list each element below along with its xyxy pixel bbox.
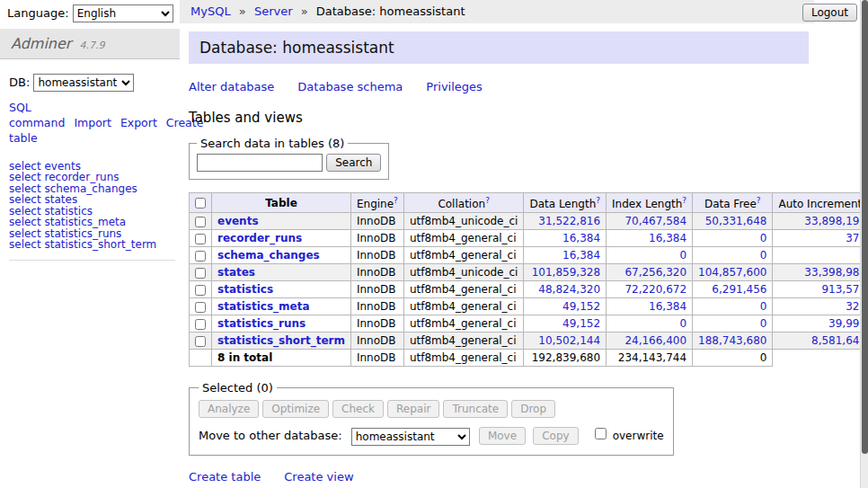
move-button[interactable]: Move: [479, 427, 526, 445]
value-cell: 67,256,320: [607, 264, 693, 281]
nav-link-privileges[interactable]: Privileges: [426, 80, 483, 93]
nav-link-alter-database[interactable]: Alter database: [189, 80, 274, 93]
overwrite-checkbox[interactable]: [595, 428, 607, 439]
table-name-cell: statistics: [212, 281, 351, 298]
column-header-index-length: Index Length?: [607, 193, 693, 213]
sidebar-actions: SQL commandImportExportCreate table: [9, 101, 160, 146]
row-checkbox-statistics_meta[interactable]: [195, 302, 206, 313]
nav-link-database-schema[interactable]: Database schema: [297, 80, 403, 93]
row-checkbox-statistics[interactable]: [195, 285, 206, 296]
app-version: 4.7.9: [80, 40, 105, 51]
row-checkbox-schema_changes[interactable]: [195, 251, 206, 262]
tables-overview-table: TableEngine?Collation?Data Length?Index …: [189, 192, 868, 367]
table-link-schema_changes[interactable]: schema_changes: [217, 249, 320, 262]
totals-row: 8 in totalInnoDButf8mb4_general_ci192,83…: [190, 350, 868, 367]
copy-button[interactable]: Copy: [533, 427, 578, 445]
value-cell: 188,743,680: [693, 333, 773, 350]
scrollbar-thumb[interactable]: [862, 0, 868, 454]
table-row: statesInnoDButf8mb4_unicode_ci101,859,32…: [190, 264, 868, 281]
value-cell: 104,857,600: [693, 264, 773, 281]
value-cell: 325: [773, 298, 868, 315]
search-input[interactable]: [197, 154, 323, 172]
search-button[interactable]: Search: [326, 154, 381, 172]
check-button[interactable]: Check: [332, 400, 384, 418]
row-checkbox-states[interactable]: [195, 268, 206, 279]
sidebar-action-import[interactable]: Import: [74, 116, 111, 129]
table-link-recorder_runs[interactable]: recorder_runs: [217, 232, 302, 244]
totals-empty-cell: [190, 350, 212, 367]
table-name-cell: schema_changes: [212, 247, 351, 264]
totals-engine-cell: InnoDB: [350, 350, 403, 367]
analyze-button[interactable]: Analyze: [199, 400, 259, 418]
help-sup: ?: [394, 195, 398, 205]
db-select[interactable]: homeassistant: [33, 74, 134, 92]
table-header-row: TableEngine?Collation?Data Length?Index …: [190, 193, 868, 213]
select-all-checkbox[interactable]: [195, 198, 206, 209]
value-cell: 8,581,645: [773, 333, 868, 350]
table-row: schema_changesInnoDButf8mb4_general_ci16…: [190, 247, 868, 264]
row-checkbox-cell: [190, 281, 212, 298]
table-name-cell: statistics_short_term: [212, 333, 351, 350]
table-name-cell: recorder_runs: [212, 230, 351, 247]
table-link-statistics_meta[interactable]: statistics_meta: [217, 300, 310, 313]
collation-cell: utf8mb4_general_ci: [403, 281, 524, 298]
value-cell: 0: [607, 247, 693, 264]
selected-fieldset: Selected (0) AnalyzeOptimizeCheckRepairT…: [189, 381, 674, 456]
select-all-cell: [190, 193, 212, 213]
create-link-create-table[interactable]: Create table: [189, 470, 261, 484]
help-sup: ?: [757, 195, 761, 205]
totals-data-length-cell: 192,839,680: [524, 350, 607, 367]
totals-label-cell: 8 in total: [212, 350, 351, 367]
repair-button[interactable]: Repair: [387, 400, 439, 418]
table-link-events[interactable]: events: [217, 215, 259, 227]
table-link-states[interactable]: states: [217, 266, 255, 279]
value-cell: 31,522,816: [524, 213, 607, 230]
sidebar-select-link-statistics_short_term[interactable]: select: [9, 238, 41, 251]
create-link-create-view[interactable]: Create view: [284, 470, 353, 484]
optimize-button[interactable]: Optimize: [262, 400, 329, 418]
drop-button[interactable]: Drop: [511, 400, 555, 418]
row-checkbox-cell: [190, 333, 212, 350]
help-link-index-length[interactable]: ?: [682, 196, 686, 205]
value-cell: 913,577: [773, 281, 868, 298]
table-link-statistics[interactable]: statistics: [217, 283, 273, 296]
help-link-data-length[interactable]: ?: [596, 196, 600, 205]
move-db-select[interactable]: homeassistant: [351, 428, 470, 446]
value-cell: 16,384: [607, 298, 693, 315]
value-cell: 6: [773, 247, 868, 264]
engine-cell: InnoDB: [350, 247, 403, 264]
value-cell: 72,220,672: [607, 281, 693, 298]
table-link-statistics_short_term[interactable]: statistics_short_term: [217, 334, 345, 347]
overwrite-option: overwrite: [591, 430, 664, 442]
row-checkbox-statistics_runs[interactable]: [195, 319, 206, 330]
engine-cell: InnoDB: [350, 315, 403, 333]
row-checkbox-recorder_runs[interactable]: [195, 234, 206, 244]
move-row: Move to other database: homeassistant Mo…: [199, 425, 664, 446]
value-cell: 0: [693, 230, 773, 247]
sidebar-action-sql-command[interactable]: SQL command: [9, 101, 65, 129]
page-title: Database: homeassistant: [189, 31, 809, 64]
main-content: Database: homeassistant Alter databaseDa…: [189, 0, 868, 488]
table-row: statisticsInnoDButf8mb4_general_ci48,824…: [190, 281, 868, 298]
table-link-statistics_runs[interactable]: statistics_runs: [217, 317, 306, 330]
table-row: statistics_metaInnoDButf8mb4_general_ci4…: [190, 298, 868, 315]
value-cell: 10,502,144: [524, 333, 607, 350]
sidebar-action-export[interactable]: Export: [120, 116, 157, 129]
truncate-button[interactable]: Truncate: [443, 400, 508, 418]
scrollbar[interactable]: [860, 0, 868, 488]
table-name-cell: statistics_runs: [212, 315, 351, 333]
help-link-data-free[interactable]: ?: [757, 196, 761, 205]
engine-cell: InnoDB: [350, 213, 403, 230]
sidebar-table-link-statistics_short_term[interactable]: statistics_short_term: [44, 238, 156, 251]
help-link-collation[interactable]: ?: [485, 196, 490, 205]
row-checkbox-cell: [190, 298, 212, 315]
column-header-data-length: Data Length?: [524, 193, 607, 213]
collation-cell: utf8mb4_unicode_ci: [403, 264, 524, 281]
row-checkbox-events[interactable]: [195, 217, 206, 227]
row-checkbox-statistics_short_term[interactable]: [195, 336, 206, 347]
table-name-cell: states: [212, 264, 351, 281]
language-select[interactable]: English: [73, 4, 173, 22]
help-link-engine[interactable]: ?: [394, 196, 398, 205]
db-label: DB:: [9, 75, 30, 89]
value-cell: 33,398,984: [773, 264, 868, 281]
